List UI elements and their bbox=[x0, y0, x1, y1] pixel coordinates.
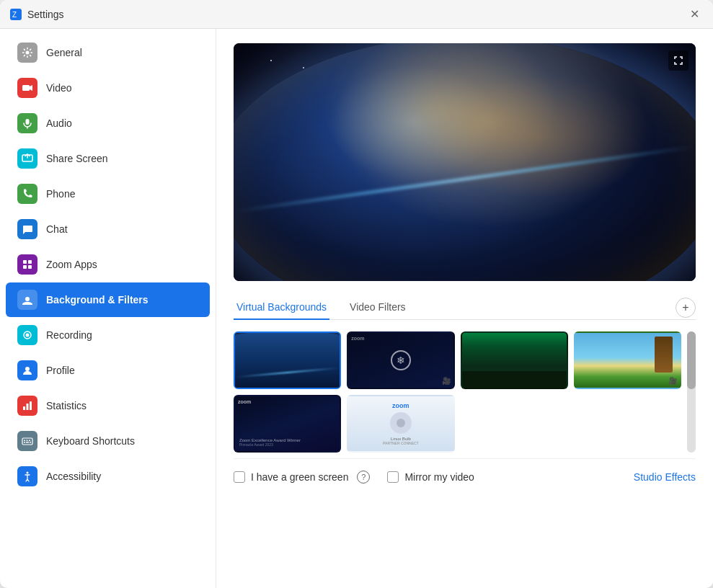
title-bar-left: Z Settings bbox=[10, 9, 64, 20]
app-icon: Z bbox=[10, 9, 22, 20]
camera-indicator-4: 🎥 bbox=[668, 377, 677, 385]
sidebar-item-label-chat: Chat bbox=[46, 223, 68, 235]
thumb-zoom-dark[interactable]: ❄ zoom 🎥 bbox=[347, 331, 454, 389]
svg-rect-19 bbox=[30, 401, 32, 410]
sidebar-item-background[interactable]: Background & Filters bbox=[6, 282, 210, 317]
svg-rect-20 bbox=[22, 438, 32, 445]
mirror-video-checkbox[interactable] bbox=[387, 471, 399, 483]
add-background-button[interactable]: + bbox=[676, 298, 696, 318]
background-icon bbox=[17, 290, 37, 310]
sidebar-item-video[interactable]: Video bbox=[6, 71, 210, 105]
accessibility-icon bbox=[17, 466, 37, 486]
sidebar-item-accessibility[interactable]: Accessibility bbox=[6, 459, 210, 494]
sidebar-item-label-share: Share Screen bbox=[46, 153, 108, 164]
sidebar-item-profile[interactable]: Profile bbox=[6, 353, 210, 388]
studio-effects-link[interactable]: Studio Effects bbox=[634, 471, 696, 483]
sidebar-item-chat[interactable]: Chat bbox=[6, 212, 210, 246]
svg-rect-12 bbox=[28, 265, 32, 269]
sidebar-item-label-audio: Audio bbox=[46, 117, 72, 129]
share-screen-icon bbox=[17, 148, 37, 169]
sidebar: General Video bbox=[0, 29, 216, 588]
svg-point-15 bbox=[26, 334, 30, 337]
bottom-options: I have a green screen ? Mirror my video … bbox=[234, 458, 696, 489]
thumbnails-grid: ❄ zoom 🎥 🎥 🎥 bbox=[234, 331, 681, 453]
general-icon bbox=[17, 43, 37, 63]
scroll-track bbox=[687, 331, 696, 453]
thumbnails-area: ❄ zoom 🎥 🎥 🎥 bbox=[234, 331, 696, 453]
sidebar-item-label-statistics: Statistics bbox=[46, 400, 87, 411]
sidebar-item-label-keyboard: Keyboard Shortcuts bbox=[46, 435, 135, 447]
svg-point-2 bbox=[26, 51, 30, 55]
svg-rect-5 bbox=[26, 119, 30, 125]
thumb-aurora[interactable]: 🎥 bbox=[461, 331, 568, 389]
sidebar-item-label-general: General bbox=[46, 47, 82, 58]
camera-indicator-2: 🎥 bbox=[442, 377, 451, 385]
content-area: General Video bbox=[0, 29, 713, 588]
expand-preview-button[interactable] bbox=[668, 50, 688, 71]
sidebar-item-recording[interactable]: Recording bbox=[6, 318, 210, 352]
svg-rect-18 bbox=[27, 404, 29, 410]
svg-rect-10 bbox=[28, 260, 32, 264]
profile-icon bbox=[17, 360, 37, 380]
zoom-apps-icon bbox=[17, 254, 37, 275]
svg-rect-22 bbox=[27, 440, 28, 442]
svg-text:Z: Z bbox=[12, 11, 17, 19]
audio-icon bbox=[17, 113, 37, 133]
close-button[interactable]: ✕ bbox=[686, 6, 703, 23]
sidebar-item-label-background: Background & Filters bbox=[46, 294, 149, 306]
svg-rect-11 bbox=[23, 265, 27, 269]
thumb-earth[interactable] bbox=[234, 331, 341, 389]
sidebar-item-label-profile: Profile bbox=[46, 365, 75, 376]
title-bar: Z Settings ✕ bbox=[0, 0, 713, 29]
window-title: Settings bbox=[27, 9, 64, 20]
sidebar-item-label-phone: Phone bbox=[46, 188, 75, 200]
sidebar-item-keyboard[interactable]: Keyboard Shortcuts bbox=[6, 424, 210, 458]
sidebar-item-label-accessibility: Accessibility bbox=[46, 471, 101, 482]
green-screen-checkbox[interactable] bbox=[234, 471, 245, 483]
phone-icon bbox=[17, 184, 37, 204]
mirror-video-label: Mirror my video bbox=[404, 471, 474, 483]
thumbnails-scrollbar bbox=[687, 331, 696, 453]
svg-marker-4 bbox=[30, 85, 32, 91]
recording-icon bbox=[17, 325, 37, 345]
tab-virtual-backgrounds[interactable]: Virtual Backgrounds bbox=[234, 295, 329, 320]
sidebar-item-share-screen[interactable]: Share Screen bbox=[6, 141, 210, 176]
svg-rect-21 bbox=[24, 440, 25, 442]
thumb-zoom-light[interactable]: zoom Linux Bulb PARTNER CONNECT bbox=[347, 395, 454, 453]
sidebar-item-zoom-apps[interactable]: Zoom Apps bbox=[6, 247, 210, 282]
green-screen-help-icon[interactable]: ? bbox=[357, 471, 370, 484]
settings-window: Z Settings ✕ General bbox=[0, 0, 713, 588]
svg-rect-23 bbox=[29, 440, 30, 442]
mirror-video-option: Mirror my video bbox=[387, 471, 474, 483]
preview-container bbox=[234, 43, 696, 281]
green-screen-label: I have a green screen bbox=[251, 471, 348, 483]
thumb-beach[interactable]: 🎥 bbox=[574, 331, 681, 389]
svg-point-16 bbox=[25, 367, 30, 371]
svg-rect-9 bbox=[23, 260, 27, 264]
tabs-row: Virtual Backgrounds Video Filters + bbox=[234, 295, 696, 320]
video-icon bbox=[17, 78, 37, 98]
chat-icon bbox=[17, 219, 37, 239]
sidebar-item-statistics[interactable]: Statistics bbox=[6, 388, 210, 423]
svg-point-27 bbox=[27, 472, 29, 474]
svg-rect-3 bbox=[22, 85, 30, 91]
keyboard-icon bbox=[17, 431, 37, 451]
sidebar-item-phone[interactable]: Phone bbox=[6, 177, 210, 211]
sidebar-item-audio[interactable]: Audio bbox=[6, 106, 210, 141]
scroll-thumb[interactable] bbox=[687, 331, 696, 389]
tab-video-filters[interactable]: Video Filters bbox=[347, 295, 409, 320]
green-screen-option: I have a green screen ? bbox=[234, 471, 370, 484]
thumb-zoom-award[interactable]: Zoom Excellence Award Winner Pinnacle Aw… bbox=[234, 395, 341, 453]
preview-background bbox=[234, 43, 696, 281]
camera-indicator-3: 🎥 bbox=[555, 377, 564, 385]
sidebar-item-label-video: Video bbox=[46, 82, 72, 94]
sidebar-item-general[interactable]: General bbox=[6, 35, 210, 70]
svg-rect-17 bbox=[23, 406, 25, 410]
sidebar-item-label-zoom-apps: Zoom Apps bbox=[46, 259, 97, 270]
earth-lights bbox=[234, 43, 696, 281]
svg-rect-24 bbox=[24, 442, 25, 443]
svg-rect-26 bbox=[30, 442, 31, 443]
svg-rect-25 bbox=[26, 442, 29, 443]
statistics-icon bbox=[17, 396, 37, 416]
svg-point-13 bbox=[25, 297, 30, 301]
